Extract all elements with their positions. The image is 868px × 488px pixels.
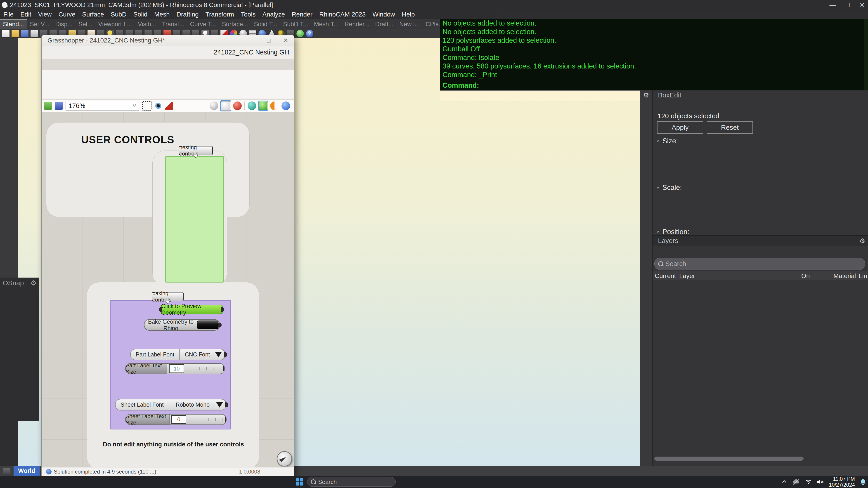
apply-button[interactable]: Apply bbox=[657, 121, 703, 134]
open-file-icon[interactable] bbox=[44, 102, 52, 110]
gear-icon[interactable]: ⚙ bbox=[643, 91, 649, 99]
menu-item-edit[interactable]: Edit bbox=[17, 10, 35, 19]
toolbar-tab[interactable]: Viewport L... bbox=[95, 20, 135, 29]
menu-item-solid[interactable]: Solid bbox=[130, 10, 151, 19]
toolbar-tab[interactable]: Transf... bbox=[159, 20, 187, 29]
menu-item-analyze[interactable]: Analyze bbox=[259, 10, 288, 19]
preview-mode-icon[interactable] bbox=[248, 101, 256, 110]
taskbar-search[interactable]: Search bbox=[307, 477, 396, 487]
print-icon[interactable] bbox=[30, 30, 38, 37]
tray-expand-icon[interactable] bbox=[781, 479, 787, 485]
minimize-button[interactable]: — bbox=[830, 1, 836, 9]
command-history-line: No objects added to selection. bbox=[440, 19, 868, 28]
toolbar-tab[interactable]: Surface... bbox=[219, 20, 251, 29]
toolbar-tab[interactable]: Render... bbox=[342, 20, 372, 29]
command-history[interactable]: No objects added to selection.No objects… bbox=[440, 19, 868, 90]
menu-item-surface[interactable]: Surface bbox=[79, 10, 107, 19]
minimize-button[interactable]: — bbox=[248, 37, 254, 44]
user-controls-heading: USER CONTROLS bbox=[81, 134, 174, 146]
zoom-extents-icon[interactable] bbox=[142, 101, 152, 110]
wifi-icon[interactable] bbox=[805, 479, 812, 485]
menu-item-view[interactable]: View bbox=[35, 10, 55, 19]
toolbar-tab[interactable]: SubD T... bbox=[280, 20, 311, 29]
reset-button[interactable]: Reset bbox=[707, 121, 753, 134]
toolbar-tab[interactable]: Stand... bbox=[0, 19, 27, 29]
canvas-compass-icon[interactable] bbox=[277, 451, 292, 466]
wireframe-preview-icon[interactable] bbox=[221, 101, 230, 110]
onedrive-paused-icon[interactable] bbox=[792, 479, 800, 485]
part-label-font-dropdown[interactable]: Part Label Font CNC Font bbox=[130, 349, 225, 360]
menu-item-tools[interactable]: Tools bbox=[238, 10, 259, 19]
preview-eye-icon[interactable] bbox=[154, 102, 162, 110]
toolbar-tab[interactable]: New i... bbox=[396, 20, 423, 29]
command-scrollbar[interactable] bbox=[864, 19, 868, 90]
toolbar-tab[interactable]: Solid T... bbox=[251, 20, 280, 29]
toolbar-tab[interactable]: Visib... bbox=[135, 20, 159, 29]
menu-item-curve[interactable]: Curve bbox=[55, 10, 79, 19]
save-icon[interactable] bbox=[21, 30, 29, 37]
blue-preview-icon[interactable] bbox=[281, 101, 290, 110]
toolbar-tab[interactable]: Set V... bbox=[27, 20, 52, 29]
globe-green-icon[interactable] bbox=[296, 30, 304, 37]
slider-track[interactable] bbox=[189, 415, 224, 424]
taskbar-clock[interactable]: 11:07 PM 10/27/2024 bbox=[829, 476, 855, 488]
menu-item-drafting[interactable]: Drafting bbox=[173, 10, 202, 19]
group-tag-nesting[interactable]: nesting controls bbox=[179, 146, 213, 155]
menu-item-window[interactable]: Window bbox=[369, 10, 398, 19]
group-tag-baking[interactable]: baking controls bbox=[152, 292, 184, 301]
menu-item-rhinocam-2023[interactable]: RhinoCAM 2023 bbox=[316, 10, 369, 19]
layers-hscrollbar[interactable] bbox=[654, 457, 804, 461]
custom-preview-icon[interactable] bbox=[259, 101, 268, 110]
grasshopper-canvas[interactable]: USER CONTROLS nesting controls baking co… bbox=[41, 112, 294, 467]
bake-geometry-toggle[interactable]: Bake Geometry to Rhino bbox=[144, 319, 220, 331]
notification-bell-icon[interactable] bbox=[860, 479, 866, 485]
menu-item-file[interactable]: File bbox=[0, 10, 17, 19]
toolbar-tab[interactable]: Draft... bbox=[372, 20, 396, 29]
command-input[interactable] bbox=[440, 90, 640, 101]
maximize-button[interactable]: □ bbox=[267, 37, 271, 44]
layers-search-input[interactable]: Search bbox=[654, 258, 865, 270]
menu-item-mesh[interactable]: Mesh bbox=[151, 10, 173, 19]
close-button[interactable]: ✕ bbox=[283, 37, 288, 44]
open-folder-icon[interactable] bbox=[11, 30, 19, 37]
toggle-switch[interactable] bbox=[197, 321, 218, 329]
windows-taskbar: Search 11:07 PM 10/27/2024 bbox=[0, 476, 868, 488]
save-file-icon[interactable] bbox=[55, 102, 63, 110]
toolbar-tab[interactable]: Mesh T... bbox=[311, 20, 342, 29]
grasshopper-canvas-toolbar: 176%˅ bbox=[41, 99, 294, 112]
volume-muted-icon[interactable] bbox=[817, 479, 824, 485]
info-icon bbox=[46, 469, 52, 475]
maximize-button[interactable]: □ bbox=[846, 1, 850, 9]
menu-item-help[interactable]: Help bbox=[398, 10, 418, 19]
gear-icon[interactable]: ⚙ bbox=[860, 237, 865, 245]
viewport-icon[interactable] bbox=[3, 468, 10, 474]
sketch-pen-icon[interactable] bbox=[165, 102, 173, 110]
new-document-icon[interactable] bbox=[2, 30, 10, 37]
search-icon bbox=[311, 479, 316, 484]
half-preview-icon[interactable] bbox=[270, 101, 279, 110]
osnap-title: OSnap bbox=[3, 279, 24, 287]
slider-track[interactable] bbox=[186, 364, 222, 373]
close-button[interactable]: ✕ bbox=[860, 1, 865, 9]
start-button[interactable] bbox=[296, 478, 303, 486]
toolbar-tab[interactable]: Curve T... bbox=[187, 20, 219, 29]
menu-item-render[interactable]: Render bbox=[288, 10, 316, 19]
world-cplane-button[interactable]: World bbox=[13, 466, 40, 476]
toolbar-tab[interactable]: Sel... bbox=[75, 20, 95, 29]
zoom-level-select[interactable]: 176%˅ bbox=[66, 101, 139, 110]
no-preview-icon[interactable] bbox=[210, 101, 218, 110]
position-section-header[interactable]: ˅ Position: bbox=[657, 228, 865, 236]
size-section-header[interactable]: ˅ Size: bbox=[657, 137, 865, 145]
sheet-label-size-slider[interactable]: Sheet Label Text Size 0 bbox=[125, 414, 226, 425]
grasshopper-titlebar[interactable]: Grasshopper - 241022_CNC Nesting GH* — □… bbox=[41, 35, 294, 46]
sheet-label-font-dropdown[interactable]: Sheet Label Font Roboto Mono bbox=[115, 399, 226, 411]
menu-item-transform[interactable]: Transform bbox=[202, 10, 238, 19]
gear-icon[interactable]: ⚙ bbox=[31, 279, 37, 287]
preview-geometry-button[interactable]: Click to Preview Geometry bbox=[161, 305, 222, 314]
toolbar-tab[interactable]: Disp... bbox=[52, 20, 75, 29]
shaded-preview-icon[interactable] bbox=[233, 101, 242, 110]
part-label-size-slider[interactable]: Part Label Text Size 10 bbox=[125, 363, 225, 374]
menu-item-subd[interactable]: SubD bbox=[107, 10, 130, 19]
help-question-icon[interactable]: ? bbox=[306, 30, 314, 37]
scale-section-header[interactable]: ˅ Scale: bbox=[657, 184, 865, 192]
